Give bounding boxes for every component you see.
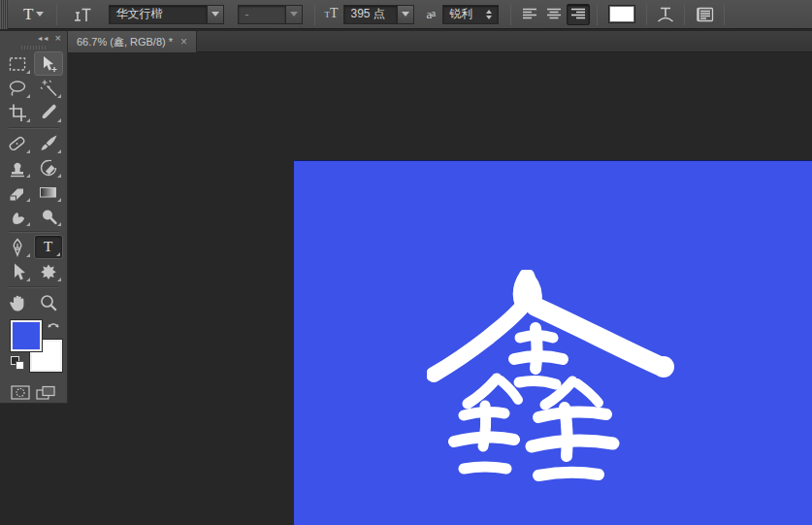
options-bar-gripper[interactable] bbox=[0, 0, 8, 29]
photoshop-window: T 华文行楷 - TT 395 点 bbox=[0, 0, 812, 525]
document-canvas[interactable] bbox=[294, 160, 812, 525]
crop-tool[interactable] bbox=[3, 100, 32, 124]
tool-panel-header: ◄◄ × bbox=[0, 31, 67, 44]
font-size-select[interactable]: 395 点 bbox=[343, 5, 414, 24]
lasso-tool[interactable] bbox=[3, 76, 32, 100]
anti-alias-select[interactable]: 锐利 bbox=[442, 5, 499, 24]
type-tool-preset[interactable]: T bbox=[17, 3, 49, 26]
font-style-select: - bbox=[238, 5, 303, 24]
align-center-button[interactable] bbox=[542, 4, 566, 25]
document-tab-strip: 66.7% (鑫, RGB/8) * × bbox=[68, 31, 812, 52]
gradient-tool[interactable] bbox=[34, 180, 63, 204]
separator bbox=[56, 4, 57, 25]
history-brush-tool[interactable] bbox=[34, 155, 63, 180]
aa-a2: a bbox=[431, 7, 435, 18]
separator bbox=[314, 4, 315, 25]
pen-tool[interactable] bbox=[3, 235, 32, 259]
text-orientation-icon[interactable] bbox=[72, 5, 93, 24]
quick-mask-button[interactable] bbox=[10, 384, 31, 406]
font-size-dropdown-button[interactable] bbox=[398, 5, 414, 24]
separator bbox=[684, 4, 685, 25]
hand-tool[interactable] bbox=[3, 290, 32, 314]
default-colors-icon[interactable] bbox=[11, 356, 26, 372]
font-size-icon-big-t: T bbox=[330, 7, 339, 19]
type-tool-icon: T bbox=[23, 5, 33, 24]
dodge-tool[interactable] bbox=[34, 204, 63, 228]
document-tab-title: 66.7% (鑫, RGB/8) * bbox=[77, 35, 173, 49]
separator bbox=[724, 4, 725, 25]
tool-panel: ◄◄ × bbox=[0, 31, 68, 404]
close-panel-icon[interactable]: × bbox=[55, 34, 61, 42]
options-bar: T 华文行楷 - TT 395 点 bbox=[0, 0, 812, 29]
screen-mode-button[interactable] bbox=[34, 384, 57, 406]
magic-wand-tool[interactable] bbox=[34, 76, 63, 100]
font-style-value: - bbox=[238, 5, 286, 24]
swap-colors-icon[interactable] bbox=[46, 318, 61, 336]
tool-panel-gripper[interactable] bbox=[21, 46, 47, 49]
text-layer-character[interactable] bbox=[427, 270, 681, 505]
spinner-arrows-icon bbox=[486, 10, 492, 19]
text-alignment-group bbox=[518, 4, 590, 25]
chevron-down-icon bbox=[211, 12, 219, 16]
font-size-value[interactable]: 395 点 bbox=[343, 5, 398, 24]
brush-tool[interactable] bbox=[34, 131, 63, 155]
align-left-button[interactable] bbox=[518, 4, 541, 25]
anti-alias-icon: aa bbox=[426, 7, 435, 22]
font-family-select[interactable]: 华文行楷 bbox=[109, 5, 224, 24]
font-family-value: 华文行楷 bbox=[109, 5, 208, 24]
spot-healing-brush-tool[interactable] bbox=[3, 131, 32, 155]
default-background-chip bbox=[16, 361, 24, 370]
separator bbox=[510, 4, 511, 25]
type-tool[interactable]: T bbox=[34, 235, 63, 259]
tool-divider bbox=[3, 228, 65, 235]
clone-stamp-tool[interactable] bbox=[3, 155, 32, 180]
chevron-down-icon bbox=[290, 12, 298, 16]
tool-divider bbox=[3, 124, 65, 131]
custom-shape-tool[interactable] bbox=[34, 259, 63, 283]
zoom-tool[interactable] bbox=[34, 290, 63, 314]
anti-alias-value: 锐利 bbox=[449, 6, 472, 22]
font-family-dropdown-button[interactable] bbox=[208, 5, 224, 24]
warp-text-icon[interactable] bbox=[654, 5, 677, 24]
separator bbox=[597, 4, 598, 25]
type-tool-icon: T bbox=[44, 239, 52, 255]
align-right-button[interactable] bbox=[567, 4, 590, 25]
chevron-down-icon bbox=[36, 12, 44, 16]
font-size-icon: TT bbox=[324, 7, 338, 19]
smudge-tool[interactable] bbox=[3, 204, 32, 228]
move-tool[interactable] bbox=[34, 51, 63, 76]
rectangular-marquee-tool[interactable] bbox=[3, 51, 32, 76]
foreground-color-swatch[interactable] bbox=[11, 320, 42, 351]
separator bbox=[646, 4, 647, 25]
panel-bottom-buttons bbox=[0, 378, 67, 406]
chevron-down-icon bbox=[402, 12, 409, 16]
path-selection-tool[interactable] bbox=[3, 259, 32, 283]
font-style-dropdown-button bbox=[286, 5, 303, 24]
tab-close-icon[interactable]: × bbox=[180, 37, 187, 47]
document-tab[interactable]: 66.7% (鑫, RGB/8) * × bbox=[68, 31, 197, 52]
collapse-panel-icon[interactable]: ◄◄ bbox=[37, 35, 49, 42]
eyedropper-tool[interactable] bbox=[34, 100, 63, 124]
toggle-panels-icon[interactable] bbox=[692, 6, 717, 23]
text-color-swatch[interactable] bbox=[608, 5, 635, 23]
tool-divider bbox=[3, 283, 65, 290]
color-swatch-area bbox=[0, 318, 67, 378]
eraser-tool[interactable] bbox=[3, 180, 32, 204]
